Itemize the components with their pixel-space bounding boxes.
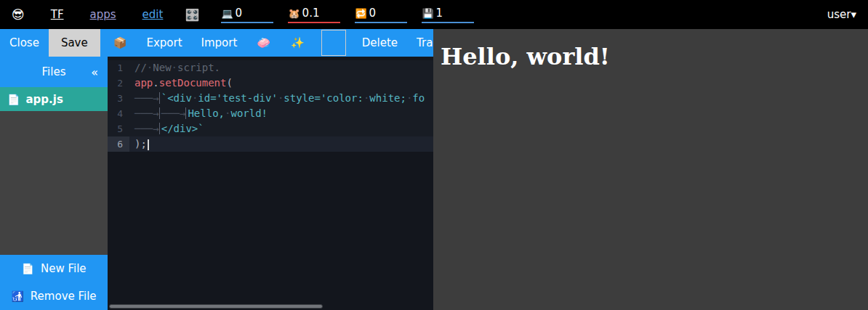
sparkles-icon-button[interactable]: ✨ [281, 29, 315, 57]
code-token-string: style='color: [284, 92, 363, 104]
code-line-text: ───→</div>` [129, 121, 204, 136]
control-knobs-icon[interactable]: 🎛️ [185, 8, 199, 22]
text-cursor [148, 139, 149, 150]
editor-toolbar: Close Save 📦 Export Import 🧼 ✨ Delete Tr… [0, 29, 433, 57]
import-button[interactable]: Import [192, 29, 247, 57]
code-line-text: app.setDocument( [129, 76, 233, 91]
line-number: 6 [108, 136, 129, 152]
code-token-comment: script. [177, 62, 220, 73]
remove-file-label: Remove File [31, 290, 97, 303]
repeat-icon: 🔁 [355, 8, 366, 19]
hamster-stat-value: 0.1 [302, 7, 320, 20]
link-edit[interactable]: edit [142, 8, 164, 21]
code-line[interactable]: 5───→</div>` [108, 121, 433, 136]
code-line-text: //·New·script. [129, 60, 220, 76]
files-sidebar: Files « 📄 app.js 📄 New File 🚮 Remove [0, 57, 108, 310]
code-token-red: app [134, 77, 153, 89]
code-line[interactable]: 6); [108, 136, 433, 152]
code-line[interactable]: 4───→───→Hello,·world! [108, 106, 433, 121]
code-lines: 1//·New·script.2app.setDocument(3───→`<d… [108, 57, 433, 152]
export-button[interactable]: Export [137, 29, 191, 57]
code-token-punct: . [153, 77, 158, 89]
preview-heading: Hello, world! [441, 43, 868, 70]
blank-toolbar-button[interactable] [321, 30, 346, 56]
litter-bin-icon: 🚮 [11, 290, 23, 302]
code-token-string: </div>` [161, 123, 204, 134]
sidebar-filler [0, 111, 108, 255]
document-icon: 📄 [7, 94, 20, 105]
code-line-text: ); [129, 136, 149, 152]
hamster-stat-field[interactable]: 🐹 0.1 [288, 7, 340, 23]
line-number: 2 [108, 76, 129, 91]
save-button[interactable]: Save [49, 29, 100, 57]
file-item-label: app.js [25, 93, 63, 106]
hamster-icon: 🐹 [288, 8, 300, 19]
code-line[interactable]: 1//·New·script. [108, 60, 433, 76]
floppy-disk-icon: 💾 [422, 8, 433, 19]
line-number: 5 [108, 121, 129, 136]
tab-whitespace-glyph: ───→ [134, 92, 160, 104]
package-icon-button[interactable]: 📦 [103, 29, 137, 57]
code-token-comment: New [153, 62, 171, 73]
page-icon: 📄 [21, 263, 33, 274]
preview-panel: Hello, world! [433, 29, 868, 310]
repeat-stat-value: 0 [369, 7, 377, 20]
code-token-string: white; [369, 92, 406, 104]
top-menu-bar: 😎 TF apps edit 🎛️ 💻 0 🐹 0.1 🔁 0 💾 1 user… [0, 0, 868, 29]
code-token-ws: · [172, 62, 177, 73]
sunglasses-emoji-icon[interactable]: 😎 [12, 7, 25, 22]
code-line[interactable]: 3───→`<div·id='test-div'·style='color:·w… [108, 91, 433, 106]
code-token-string: `<div [161, 92, 192, 104]
computer-stat-value: 0 [236, 7, 243, 20]
tab-whitespace-glyph: ───→ [161, 107, 187, 119]
line-number: 1 [108, 60, 129, 76]
collapse-sidebar-button[interactable]: « [91, 65, 98, 79]
close-button[interactable]: Close [0, 29, 49, 57]
files-header-label: Files [42, 65, 66, 78]
code-line[interactable]: 2app.setDocument( [108, 76, 433, 91]
code-token-string: id='test-div' [198, 92, 278, 104]
floppy-stat-field[interactable]: 💾 1 [422, 7, 474, 23]
floppy-stat-value: 1 [436, 7, 443, 20]
tab-whitespace-glyph: ───→ [134, 107, 160, 119]
code-editor[interactable]: 1//·New·script.2app.setDocument(3───→`<d… [108, 57, 433, 310]
delete-button[interactable]: Delete [353, 29, 407, 57]
link-tf[interactable]: TF [51, 8, 64, 21]
link-apps[interactable]: apps [90, 8, 116, 21]
user-menu-button[interactable]: user▾ [827, 8, 856, 21]
line-number: 4 [108, 106, 129, 121]
line-number: 3 [108, 91, 129, 106]
code-token-punct: ( [226, 77, 232, 89]
soap-icon-button[interactable]: 🧼 [246, 29, 281, 57]
computer-stat-field[interactable]: 💻 0 [221, 7, 273, 23]
app-window: 😎 TF apps edit 🎛️ 💻 0 🐹 0.1 🔁 0 💾 1 user… [0, 0, 868, 310]
horizontal-scrollbar[interactable] [109, 304, 323, 309]
new-file-label: New File [41, 262, 87, 275]
new-file-button[interactable]: 📄 New File [0, 255, 108, 282]
files-sidebar-header: Files « [0, 57, 108, 87]
code-token-punct: ); [134, 138, 147, 150]
code-token-comment: // [134, 62, 147, 73]
code-token-string: world! [230, 107, 268, 119]
code-line-text: ───→`<div·id='test-div'·style='color:·wh… [129, 91, 425, 106]
laptop-icon: 💻 [221, 8, 233, 19]
code-token-string: Hello, [188, 107, 225, 119]
tab-whitespace-glyph: ───→ [134, 123, 160, 134]
code-token-red: setDocument [159, 77, 227, 89]
file-item-appjs[interactable]: 📄 app.js [0, 87, 108, 111]
remove-file-button[interactable]: 🚮 Remove File [0, 282, 108, 310]
repeat-stat-field[interactable]: 🔁 0 [355, 7, 407, 23]
code-token-string: fo [412, 92, 425, 104]
code-line-text: ───→───→Hello,·world! [129, 106, 268, 121]
